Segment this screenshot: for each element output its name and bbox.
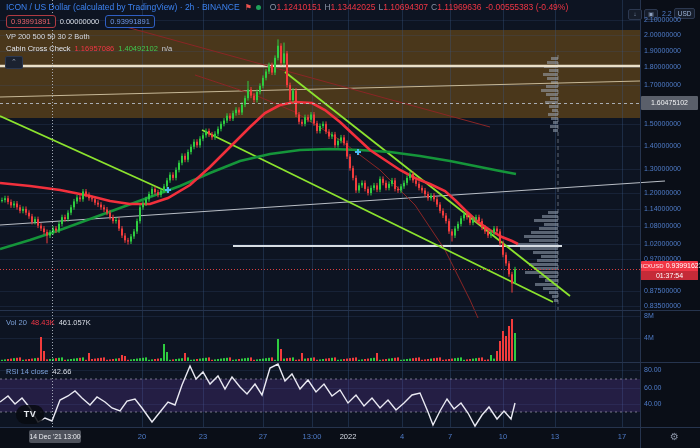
flag-icon[interactable]: ⚑	[245, 3, 252, 12]
last-price-label: ICXUSD0.93991623 01:37:54	[641, 261, 698, 280]
symbol-title[interactable]: ICON / US Dollar (calculated by TradingV…	[6, 2, 240, 12]
volume-value-1: 48.43K	[31, 318, 55, 327]
volume-indicator-row[interactable]: Vol 2048.43K461.057K	[6, 318, 91, 327]
price-axis-tick: 1.90000000	[644, 47, 681, 54]
collapse-legend-button[interactable]: ⌃	[5, 56, 23, 69]
crosshair-price-label: 1.60475102	[641, 96, 698, 110]
symbol-legend: ICON / US Dollar (calculated by TradingV…	[6, 2, 568, 12]
high-value: 1.13442025	[331, 2, 376, 12]
time-axis-tick: 17	[618, 432, 626, 441]
alert-badges-row: 0.939918910.000000000.93991891	[6, 15, 155, 28]
price-axis-tick: 1.08000000	[644, 222, 681, 229]
bar-countdown: 01:37:54	[641, 271, 698, 280]
open-value: 1.12410151	[276, 2, 321, 12]
price-axis-tick: 2.00000000	[644, 31, 681, 38]
time-axis-tick: 7	[448, 432, 452, 441]
crosshair-time-label: 14 Dec '21 13:00	[29, 430, 81, 443]
cabin-value-2: 1.40492102	[118, 44, 158, 53]
time-axis-tick: 20	[138, 432, 146, 441]
time-axis-tick: 2022	[340, 432, 357, 441]
time-axis-tick: 13:00	[303, 432, 322, 441]
vp-indicator-row[interactable]: VP 200 500 50 30 2 Both	[6, 32, 90, 41]
rsi-indicator-row[interactable]: RSI 14 close42.66	[6, 367, 71, 376]
settings-gear-icon[interactable]: ⚙	[670, 431, 679, 442]
time-axis-tick: 27	[259, 432, 267, 441]
price-axis-tick: 1.50000000	[644, 120, 681, 127]
price-axis[interactable]: 2.100000002.000000001.900000001.80000000…	[641, 0, 700, 427]
price-axis-tick: 1.20000000	[644, 189, 681, 196]
cabin-value-3: n/a	[162, 44, 172, 53]
cabin-value-1: 1.16957086	[75, 44, 115, 53]
close-value: 1.11969636	[437, 2, 481, 12]
low-value: 1.10694307	[383, 2, 428, 12]
rsi-title: RSI	[6, 367, 19, 376]
price-axis-tick: 8M	[644, 312, 654, 319]
market-status-dot	[256, 5, 261, 10]
price-axis-tick: 2.10000000	[644, 16, 681, 23]
price-axis-tick: 40.00	[644, 400, 662, 407]
price-axis-tick: 1.80000000	[644, 63, 681, 70]
tradingview-logo[interactable]: TV	[16, 405, 44, 424]
download-icon[interactable]: ↓	[628, 9, 642, 20]
alert-price-badge-blue[interactable]: 0.93991891	[105, 15, 155, 28]
time-axis-tick: 10	[499, 432, 507, 441]
price-axis-tick: 60.00	[644, 384, 662, 391]
last-price-value: 0.93991623	[666, 262, 700, 269]
price-axis-tick: 0.83500000	[644, 302, 681, 309]
price-axis-tick: 1.70000000	[644, 81, 681, 88]
zero-value: 0.00000000	[60, 17, 100, 26]
cabin-indicator-row[interactable]: Cabin Cross Check1.169570861.40492102n/a	[6, 44, 172, 53]
rsi-param: 14 close	[21, 367, 49, 376]
price-axis-tick: 1.02000000	[644, 240, 681, 247]
time-axis-tick: 23	[199, 432, 207, 441]
tradingview-chart-window: ICON / US Dollar (calculated by TradingV…	[0, 0, 700, 448]
volume-value-2: 461.057K	[59, 318, 91, 327]
cabin-indicator-name: Cabin Cross Check	[6, 44, 71, 53]
last-price-symbol: ICXUSD	[641, 263, 664, 269]
time-axis-tick: 4	[400, 432, 404, 441]
alert-price-badge-red[interactable]: 0.93991891	[6, 15, 56, 28]
chart-canvas[interactable]	[0, 0, 700, 448]
price-axis-tick: 80.00	[644, 366, 662, 373]
price-axis-tick: 1.30000000	[644, 165, 681, 172]
time-axis[interactable]: 20232713:00202247101317	[0, 428, 700, 448]
price-axis-tick: 1.14000000	[644, 205, 681, 212]
volume-param: 20	[19, 318, 27, 327]
change-value: -0.00555383 (-0.49%)	[486, 2, 569, 12]
price-axis-tick: 0.87500000	[644, 287, 681, 294]
price-axis-tick: 4M	[644, 334, 654, 341]
volume-title: Vol	[6, 318, 16, 327]
time-axis-tick: 13	[551, 432, 559, 441]
price-axis-tick: 1.40000000	[644, 142, 681, 149]
rsi-value: 42.66	[53, 367, 72, 376]
